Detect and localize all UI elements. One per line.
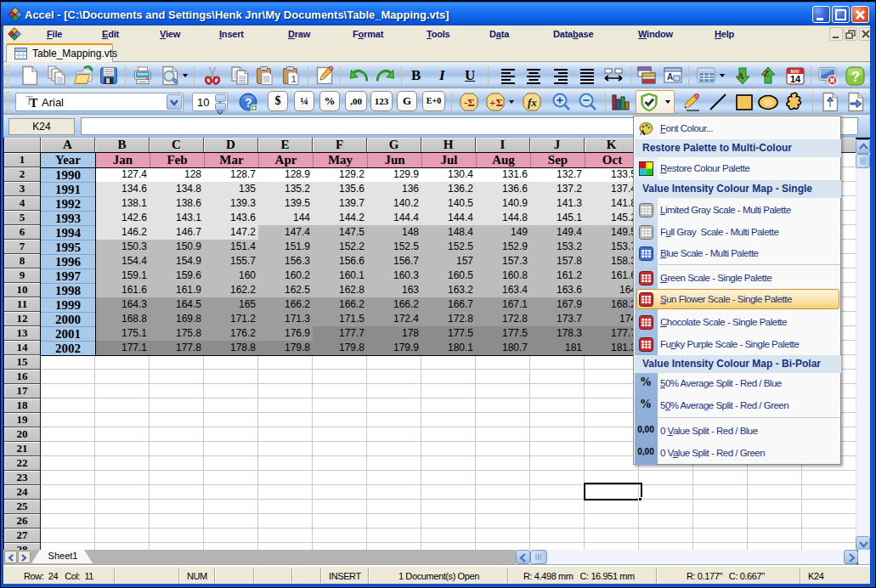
svg-text:A: A <box>738 71 744 81</box>
svg-text:+Σ: +Σ <box>489 96 503 109</box>
svg-text:A: A <box>640 128 646 136</box>
svg-text:Z: Z <box>764 68 770 78</box>
svg-text:-Σ: -Σ <box>464 96 475 109</box>
svg-text:14: 14 <box>790 74 801 84</box>
svg-text:?: ? <box>851 70 860 84</box>
svg-text:fx: fx <box>528 96 537 109</box>
svg-text:1: 1 <box>291 74 297 84</box>
svg-text:A: A <box>667 72 673 82</box>
